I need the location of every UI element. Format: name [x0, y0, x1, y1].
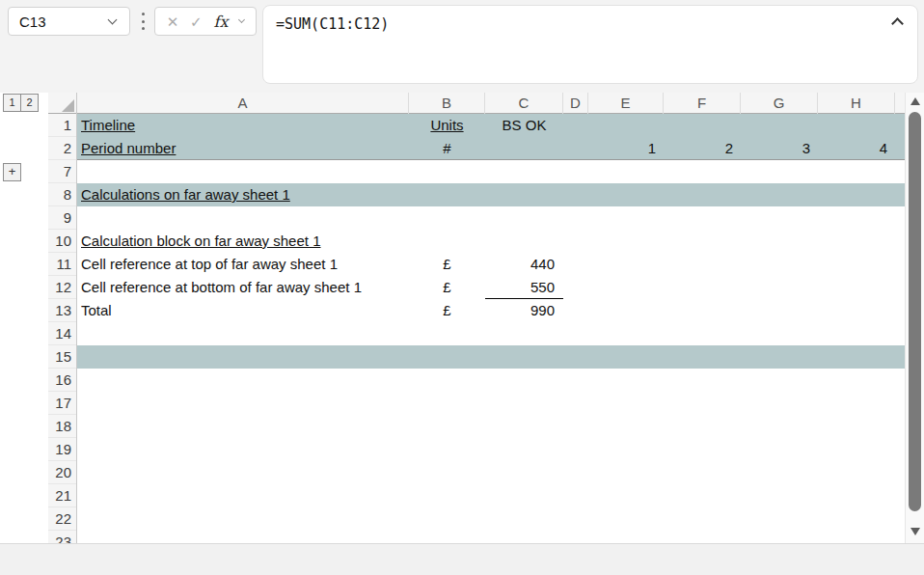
cell-c11[interactable]: 440 — [485, 253, 563, 276]
cell-b12[interactable]: £ — [409, 276, 485, 299]
sheet-grid: 1 2 + A B C D E F G H 1 2 7 8 9 10 11 12… — [0, 93, 924, 543]
cell-a1[interactable]: Timeline — [81, 114, 407, 137]
column-header-g[interactable]: G — [741, 93, 818, 114]
row-header[interactable]: 11 — [48, 253, 76, 276]
cell-h2[interactable]: 4 — [818, 137, 895, 160]
cell-g2[interactable]: 3 — [741, 137, 818, 160]
column-header-c[interactable]: C — [485, 93, 563, 114]
row-header[interactable]: 13 — [48, 299, 76, 322]
outline-level-buttons: 1 2 — [3, 94, 39, 112]
column-header-h[interactable]: H — [818, 93, 895, 114]
formula-bar[interactable]: =SUM(C11:C12) — [262, 5, 918, 84]
row-header[interactable]: 2 — [48, 137, 76, 160]
column-header-a[interactable]: A — [77, 93, 409, 114]
row-headers: 1 2 7 8 9 10 11 12 13 14 15 16 17 18 19 … — [48, 114, 77, 543]
cell-b13[interactable]: £ — [409, 299, 485, 322]
row-header[interactable]: 22 — [48, 507, 76, 531]
outline-level-1-button[interactable]: 1 — [3, 94, 21, 112]
row-header[interactable]: 8 — [48, 183, 76, 206]
section-band-row15 — [77, 345, 905, 369]
name-box-dropdown-icon[interactable] — [108, 15, 118, 25]
outline-level-2-button[interactable]: 2 — [20, 94, 39, 112]
column-header-d[interactable]: D — [563, 93, 588, 114]
cell-b11[interactable]: £ — [409, 253, 485, 276]
cell-f2[interactable]: 2 — [664, 137, 741, 160]
cell-c1[interactable]: BS OK — [485, 114, 563, 137]
column-header-b[interactable]: B — [409, 93, 485, 114]
row-header[interactable]: 21 — [48, 484, 76, 507]
formula-buttons: ✕ ✓ fx — [154, 7, 257, 36]
row-header[interactable]: 16 — [48, 369, 76, 392]
vertical-scrollbar-thumb[interactable] — [909, 112, 921, 511]
cell-c13[interactable]: 990 — [485, 299, 563, 322]
sheet-tab-bar: Near sheet Far sheet 1 Far sheet 2 + — [0, 543, 924, 575]
row-header[interactable]: 14 — [48, 322, 76, 345]
scroll-down-icon[interactable] — [910, 528, 920, 535]
cancel-icon[interactable]: ✕ — [167, 14, 179, 29]
cell-b1[interactable]: Units — [409, 114, 485, 137]
select-all-corner[interactable] — [48, 93, 77, 114]
row-header[interactable]: 20 — [48, 461, 76, 484]
cell-a12[interactable]: Cell reference at bottom of far away she… — [81, 276, 407, 299]
name-box-value: C13 — [9, 14, 109, 30]
function-dropdown-icon[interactable] — [238, 16, 245, 23]
cell-a2[interactable]: Period number — [81, 137, 407, 160]
row-header[interactable]: 15 — [48, 345, 76, 369]
column-header-partial[interactable] — [895, 93, 905, 114]
collapse-formula-bar-icon[interactable] — [891, 17, 904, 30]
column-headers: A B C D E F G H — [48, 93, 905, 114]
cell-a10[interactable]: Calculation block on far away sheet 1 — [81, 230, 407, 253]
spreadsheet-window: C13 ✕ ✓ fx =SUM(C11:C12) 1 2 + A B C D — [0, 0, 924, 575]
row-header[interactable]: 9 — [48, 206, 76, 230]
cell-a8[interactable]: Calculations on far away sheet 1 — [81, 183, 407, 206]
cell-e2[interactable]: 1 — [588, 137, 664, 160]
row-header[interactable]: 19 — [48, 438, 76, 461]
cell-b2[interactable]: # — [409, 137, 485, 160]
column-header-f[interactable]: F — [664, 93, 741, 114]
drag-handle-icon — [138, 13, 148, 30]
column-header-e[interactable]: E — [588, 93, 664, 114]
row-header[interactable]: 12 — [48, 276, 76, 299]
cell-a11[interactable]: Cell reference at top of far away sheet … — [81, 253, 407, 276]
vertical-scrollbar[interactable] — [905, 93, 924, 543]
row-header[interactable]: 1 — [48, 114, 76, 137]
name-box[interactable]: C13 — [8, 7, 130, 36]
formula-text: =SUM(C11:C12) — [276, 15, 389, 33]
select-all-icon — [62, 99, 74, 112]
formula-strip: C13 ✕ ✓ fx =SUM(C11:C12) — [0, 0, 924, 93]
row-header[interactable]: 10 — [48, 230, 76, 253]
scroll-up-icon[interactable] — [910, 97, 920, 105]
row-header[interactable]: 23 — [48, 531, 76, 543]
row-header[interactable]: 18 — [48, 415, 76, 438]
outline-expand-button[interactable]: + — [3, 163, 21, 181]
cell-a13[interactable]: Total — [81, 299, 407, 322]
enter-icon[interactable]: ✓ — [190, 14, 203, 29]
row-header[interactable]: 17 — [48, 392, 76, 415]
cell-c12[interactable]: 550 — [485, 276, 563, 299]
insert-function-icon[interactable]: fx — [213, 13, 228, 31]
row-header[interactable]: 7 — [48, 160, 76, 183]
